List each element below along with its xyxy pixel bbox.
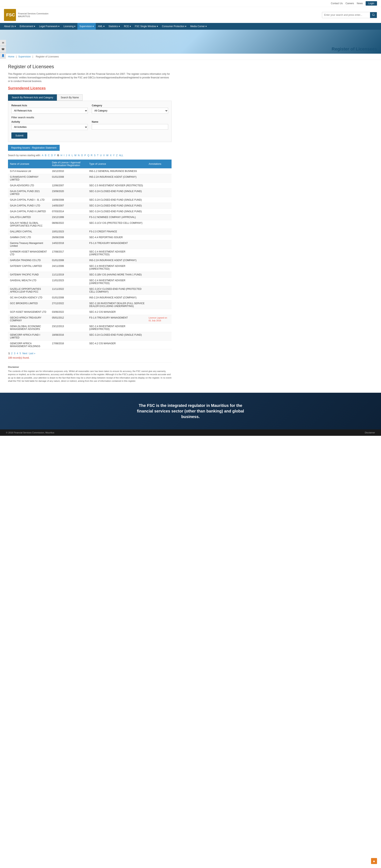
alpha-s[interactable]: S bbox=[94, 154, 96, 157]
name-input[interactable] bbox=[92, 124, 168, 130]
submit-button[interactable]: Submit bbox=[11, 132, 27, 138]
alpha-n[interactable]: N bbox=[78, 154, 80, 157]
cell-name: GALAXY NOBLE GLOBAL OPPORTUNITIES FUND P… bbox=[8, 220, 50, 229]
page-2-link[interactable]: 2 bbox=[11, 352, 12, 355]
alpha-p[interactable]: P bbox=[84, 154, 86, 157]
reporting-issuers-button[interactable]: Reporting Issuers - Registration Stateme… bbox=[8, 145, 60, 151]
nav-enforcement[interactable]: Enforcement ▾ bbox=[18, 23, 37, 30]
cell-type: SEC-3.2A CLOSED-END FUND (SINGLE FUND) bbox=[87, 197, 147, 203]
nav-legal[interactable]: Legal Framework ▾ bbox=[37, 23, 61, 30]
cell-type: INS-2.2A INSURANCE AGENT (COMPANY) bbox=[87, 257, 147, 263]
svg-text:FSC: FSC bbox=[6, 12, 15, 17]
alpha-z[interactable]: Z bbox=[116, 154, 118, 157]
nav-rce[interactable]: RCE ▾ bbox=[122, 23, 133, 30]
breadcrumb-home[interactable]: Home bbox=[8, 55, 14, 58]
activity-select[interactable]: All Activities bbox=[11, 124, 88, 130]
alpha-m[interactable]: M bbox=[74, 154, 76, 157]
cell-annotation bbox=[147, 197, 171, 203]
relevant-acts-select[interactable]: All Relevant Acts bbox=[11, 108, 88, 114]
alpha-x[interactable]: X bbox=[110, 154, 112, 157]
table-row: GATEWAY CAPITAL LIMITED 24/11/2006 SEC-2… bbox=[8, 263, 171, 272]
alpha-all[interactable]: ALL bbox=[119, 154, 123, 157]
nav-licensing[interactable]: Licensing ▾ bbox=[61, 23, 77, 30]
header-search-button[interactable] bbox=[370, 12, 377, 18]
alpha-a[interactable]: A bbox=[42, 154, 43, 157]
cell-name: GAJA ADVISORS LTD bbox=[8, 183, 50, 188]
careers-link[interactable]: Careers bbox=[346, 2, 354, 5]
header-search-input[interactable] bbox=[322, 12, 370, 18]
name-label: Name bbox=[92, 121, 168, 123]
disclaimer-section: Disclaimer The contents of this register… bbox=[8, 363, 171, 383]
alpha-r[interactable]: R bbox=[91, 154, 93, 157]
news-link[interactable]: News bbox=[357, 2, 363, 5]
disclaimer-footer-link[interactable]: Disclaimer bbox=[365, 431, 375, 434]
hero-banner: Register of Licensees bbox=[0, 30, 381, 54]
cell-annotation bbox=[147, 286, 171, 295]
tab-by-name[interactable]: Search By Name bbox=[57, 94, 83, 101]
cell-name: GAJA CAPITAL FUND I - B, LTD bbox=[8, 197, 50, 203]
category-label: Category bbox=[92, 104, 168, 107]
alpha-t[interactable]: T bbox=[97, 154, 98, 157]
cell-date: 24/11/2006 bbox=[50, 263, 87, 272]
alpha-q[interactable]: Q bbox=[87, 154, 89, 157]
alpha-f[interactable]: F bbox=[54, 154, 56, 157]
contact-us-link[interactable]: Contact Us bbox=[331, 2, 343, 5]
people-icon[interactable]: 👤 bbox=[0, 53, 6, 59]
nav-fsc-window[interactable]: FSC Single Window ▾ bbox=[133, 23, 160, 30]
next-link[interactable]: Next bbox=[22, 352, 27, 355]
cell-date: 01/01/2008 bbox=[50, 257, 87, 263]
form-row-activity: Activity All Activities Name bbox=[11, 121, 168, 130]
cell-annotation bbox=[147, 188, 171, 197]
alpha-d[interactable]: D bbox=[51, 154, 53, 157]
cell-date: 16/12/2010 bbox=[50, 168, 87, 174]
cell-date: 01/01/2008 bbox=[50, 295, 87, 301]
cell-annotation bbox=[147, 168, 171, 174]
last-link[interactable]: Last » bbox=[29, 352, 35, 355]
alpha-u[interactable]: U bbox=[100, 154, 102, 157]
hero-overlay bbox=[0, 30, 229, 54]
alpha-v[interactable]: V bbox=[103, 154, 105, 157]
cell-name: GAJA CAPITAL FUND II LIMITED bbox=[8, 209, 50, 214]
alpha-g[interactable]: G bbox=[57, 154, 59, 157]
alpha-y[interactable]: Y bbox=[113, 154, 115, 157]
breadcrumb-supervision[interactable]: Supervision bbox=[18, 55, 31, 58]
nav-statistics[interactable]: Statistics ▾ bbox=[106, 23, 122, 30]
table-row: GARUDA TRADING CO.LTD 01/01/2008 INS-2.2… bbox=[8, 257, 171, 263]
nav-aml[interactable]: AML ▾ bbox=[96, 23, 106, 30]
alpha-prefix: Search by names starting with: bbox=[8, 154, 41, 157]
alpha-h[interactable]: H bbox=[61, 154, 62, 157]
header-search[interactable] bbox=[322, 12, 377, 18]
alpha-c[interactable]: C bbox=[48, 154, 50, 157]
surrendered-licences-link[interactable]: Surrendered Licences bbox=[8, 86, 171, 90]
nav-consumer[interactable]: Consumer Protection ▾ bbox=[160, 23, 188, 30]
nav-media[interactable]: Media Corner ▾ bbox=[188, 23, 209, 30]
page-5-link[interactable]: 5 bbox=[20, 352, 21, 355]
alpha-o[interactable]: O bbox=[81, 154, 83, 157]
top-bar: Contact Us Careers News Login bbox=[0, 0, 381, 7]
nav-supervision[interactable]: Supervision ▾ bbox=[77, 23, 96, 30]
nav-about[interactable]: About Us ▾ bbox=[2, 23, 18, 30]
category-select[interactable]: All Category bbox=[92, 108, 168, 114]
alpha-w[interactable]: W bbox=[106, 154, 108, 157]
cell-name: GARMOR ASSET MANAGEMENT LTD bbox=[8, 249, 50, 257]
alpha-i[interactable]: I bbox=[64, 154, 64, 157]
page-3-link[interactable]: 3 bbox=[14, 352, 15, 355]
col-annotations: Annotations bbox=[147, 160, 171, 168]
cell-type: FS-1.6 TREASURY MANAGEMENT bbox=[87, 240, 147, 249]
table-row: GEMCORP AFRICA FUND I LIMITED 18/08/2016… bbox=[8, 332, 171, 341]
table-row: GALAXY NOBLE GLOBAL OPPORTUNITIES FUND P… bbox=[8, 220, 171, 229]
phone-icon[interactable]: ☎ bbox=[0, 46, 6, 52]
envelope-icon[interactable]: ✉ bbox=[0, 40, 6, 46]
alpha-l[interactable]: L bbox=[72, 154, 73, 157]
page-4-link[interactable]: 4 bbox=[17, 352, 18, 355]
alpha-b[interactable]: B bbox=[45, 154, 46, 157]
login-button[interactable]: Login bbox=[366, 1, 377, 6]
cell-type: SEC-3.2A CLOSED-END FUND (SINGLE FUND) bbox=[87, 332, 147, 341]
alpha-j[interactable]: J bbox=[66, 154, 67, 157]
cell-name: GEMA,GLOBAL ECONOMIC MANAGEMENT ADVISORS bbox=[8, 323, 50, 332]
tab-relevant-acts[interactable]: Search By Relevant Acts and Category bbox=[8, 94, 57, 101]
alpha-k[interactable]: K bbox=[69, 154, 70, 157]
cell-annotation bbox=[147, 203, 171, 209]
table-row: GAJA CAPITAL FUND I - B, LTD 10/09/2008 … bbox=[8, 197, 171, 203]
cell-annotation bbox=[147, 249, 171, 257]
